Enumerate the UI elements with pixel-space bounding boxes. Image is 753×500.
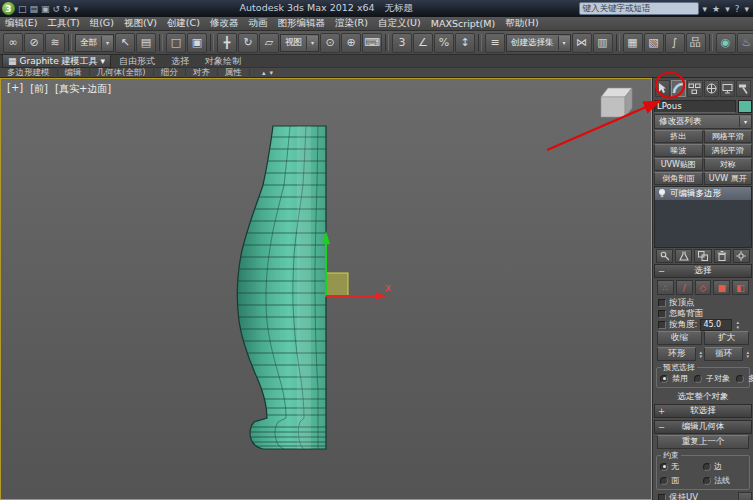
spinner-down-icon[interactable]: ▾ [746, 354, 749, 359]
move-gizmo[interactable]: x [322, 231, 391, 300]
edge-subobject-icon[interactable]: / [676, 280, 693, 295]
object-color-swatch[interactable] [738, 100, 752, 113]
favorites-star-icon[interactable]: ★ [712, 4, 720, 14]
viewport-canvas[interactable]: x [1, 79, 651, 499]
extrude-modifier-button[interactable]: 挤出 [654, 130, 703, 143]
menu-rendering[interactable]: 渲染(R) [330, 17, 373, 30]
selection-rollout-header[interactable]: − 选择 [654, 264, 752, 278]
viewport-shading-menu[interactable]: [真实+边面] [55, 82, 111, 96]
modifier-list-dropdown[interactable]: 修改器列表 ▾ [654, 114, 752, 129]
search-dropdown-icon[interactable]: ▾ [703, 4, 708, 14]
edit-named-sets-icon[interactable]: ≡ [485, 33, 505, 53]
preview-subobj-radio[interactable] [694, 375, 702, 383]
ignore-backfacing-checkbox[interactable] [658, 310, 666, 318]
uvw-map-modifier-button[interactable]: UVW贴图 [654, 158, 703, 171]
help-icon[interactable]: ? [735, 4, 740, 14]
select-object-icon[interactable]: ↖ [115, 33, 135, 53]
selection-filter-dropdown[interactable]: 全部 ▾ [75, 34, 114, 52]
constraint-normal-radio[interactable] [703, 477, 711, 485]
meshsmooth-modifier-button[interactable]: 网格平滑 [704, 130, 753, 143]
select-and-manipulate-icon[interactable]: ⊕ [341, 33, 361, 53]
vertex-subobject-icon[interactable]: ∴ [657, 280, 674, 295]
by-vertex-checkbox[interactable] [658, 299, 666, 307]
motion-tab[interactable] [704, 80, 719, 97]
preserve-uv-checkbox[interactable] [658, 494, 666, 500]
redo-icon[interactable]: ↻ [63, 4, 71, 14]
material-editor-icon[interactable]: ◉ [716, 33, 736, 53]
panel-geometry-all[interactable]: 几何体(全部) [90, 67, 154, 79]
spinner-down-icon[interactable]: ▾ [736, 325, 739, 330]
angle-snap-icon[interactable]: ∠ [413, 33, 433, 53]
unwrap-uvw-modifier-button[interactable]: UVW 展开 [704, 172, 753, 185]
snap-toggle-icon[interactable]: 3 [392, 33, 412, 53]
panel-polygon-modeling[interactable]: 多边形建模 [0, 67, 58, 79]
modify-tab[interactable] [671, 80, 686, 97]
viewport-pov-menu[interactable]: [前] [30, 82, 48, 96]
by-angle-value-input[interactable]: 45.0 [700, 319, 732, 331]
panel-align[interactable]: 对齐 [186, 67, 218, 79]
turbosmooth-modifier-button[interactable]: 涡轮平滑 [704, 144, 753, 157]
loop-button[interactable]: 循环 [704, 347, 743, 361]
object-name-input[interactable]: LPous [654, 100, 736, 113]
save-file-icon[interactable]: ▣ [41, 4, 50, 14]
by-angle-checkbox[interactable] [658, 321, 666, 329]
panel-properties[interactable]: 属性 [218, 67, 250, 79]
curve-editor-icon[interactable]: ∫ [665, 33, 685, 53]
schematic-view-icon[interactable]: 品 [686, 33, 706, 53]
chevron-down-icon[interactable]: ▾ [306, 36, 318, 50]
open-file-icon[interactable]: ▤ [30, 4, 39, 14]
ribbon-minimize-icon[interactable]: ▴ [262, 69, 266, 77]
ring-spinner[interactable]: ▴ ▾ [699, 350, 702, 359]
by-angle-spinner[interactable]: ▴ ▾ [736, 320, 739, 329]
ribbon-options-icon[interactable]: ▾ [270, 69, 274, 77]
menu-help[interactable]: 帮助(H) [500, 17, 544, 30]
menu-views[interactable]: 视图(V) [119, 17, 162, 30]
help-dropdown-icon[interactable]: ▾ [744, 4, 749, 14]
select-and-scale-icon[interactable]: ▱ [259, 33, 279, 53]
menu-create[interactable]: 创建(C) [162, 17, 205, 30]
viewcube[interactable] [601, 88, 632, 117]
symmetry-modifier-button[interactable]: 对称 [704, 158, 753, 171]
stack-item-editable-poly[interactable]: 可编辑多边形 [655, 187, 751, 200]
mirror-icon[interactable]: ⋈ [572, 33, 592, 53]
menu-graph-editors[interactable]: 图形编辑器 [272, 17, 330, 30]
constraint-face-radio[interactable] [660, 477, 668, 485]
noise-modifier-button[interactable]: 噪波 [654, 144, 703, 157]
render-setup-icon[interactable]: ♨ [737, 33, 753, 53]
vase-model[interactable] [229, 126, 327, 449]
polygon-subobject-icon[interactable]: ■ [713, 280, 730, 295]
named-selection-sets-dropdown[interactable]: 创建选择集 ▾ [506, 34, 571, 52]
constraint-edge-radio[interactable] [703, 463, 711, 471]
graphite-toggle-icon[interactable]: ▧ [644, 33, 664, 53]
layer-manager-icon[interactable]: ▦ [623, 33, 643, 53]
utilities-tab[interactable] [736, 80, 751, 97]
application-menu-icon[interactable]: 3 [2, 2, 15, 15]
menu-modifiers[interactable]: 修改器 [205, 17, 244, 30]
make-unique-icon[interactable] [694, 249, 711, 263]
border-subobject-icon[interactable]: ◇ [695, 280, 712, 295]
window-crossing-icon[interactable]: ▣ [187, 33, 207, 53]
menu-animation[interactable]: 动画 [243, 17, 272, 30]
select-and-move-icon[interactable]: ╋ [217, 33, 237, 53]
create-tab[interactable] [655, 80, 670, 97]
gizmo-xy-plane-handle[interactable] [326, 273, 348, 296]
grow-button[interactable]: 扩大 [704, 331, 749, 345]
selection-region-icon[interactable]: □ [166, 33, 186, 53]
modifier-stack-list[interactable]: 可编辑多边形 [654, 186, 752, 248]
display-tab[interactable] [720, 80, 735, 97]
element-subobject-icon[interactable]: ◧ [732, 280, 749, 295]
menu-maxscript[interactable]: MAXScript(M) [426, 18, 500, 29]
ring-button[interactable]: 环形 [657, 347, 696, 361]
chevron-down-icon[interactable]: ▾ [558, 36, 570, 50]
unlink-selection-icon[interactable]: ⊘ [24, 33, 44, 53]
bind-to-space-warp-icon[interactable]: ≋ [45, 33, 65, 53]
hierarchy-tab[interactable] [687, 80, 702, 97]
spinner-down-icon[interactable]: ▾ [699, 354, 702, 359]
percent-snap-icon[interactable]: % [434, 33, 454, 53]
new-scene-icon[interactable]: □ [18, 4, 27, 14]
align-icon[interactable]: ▥ [593, 33, 613, 53]
constraint-none-radio[interactable] [660, 463, 668, 471]
use-pivot-center-icon[interactable]: ⊙ [320, 33, 340, 53]
viewport-general-menu[interactable]: [+] [7, 82, 23, 96]
front-viewport[interactable]: [+] [前] [真实+边面] [0, 78, 652, 500]
